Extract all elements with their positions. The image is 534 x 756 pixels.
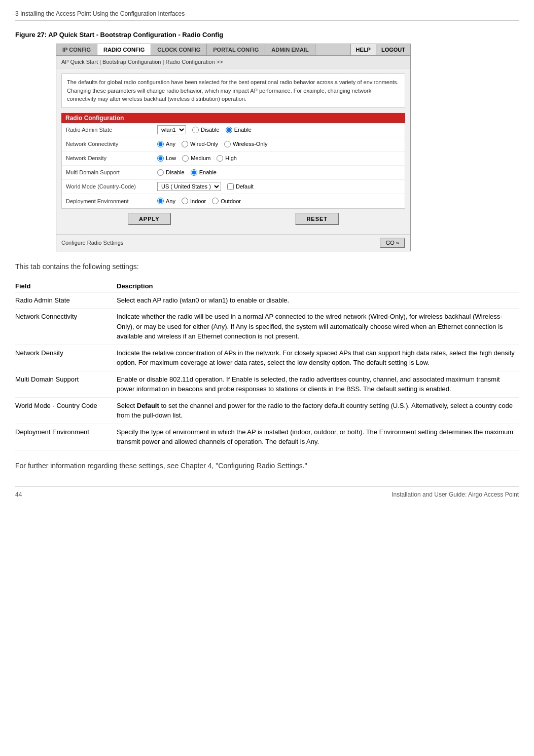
controls-deployment-environment: Any Indoor Outdoor <box>157 198 241 204</box>
page-footer: 44 Installation and User Guide: Airgo Ac… <box>15 486 519 498</box>
page-header: 3 Installing the Access Point Using the … <box>15 10 519 21</box>
field-cell: World Mode - Country Code <box>15 397 117 424</box>
radio-any-env-input[interactable] <box>157 198 164 204</box>
description-cell: Select Default to set the channel and po… <box>117 397 519 424</box>
nav-spacer <box>315 44 350 55</box>
description-table: Field Description Radio Admin StateSelec… <box>15 280 519 450</box>
radio-outdoor-input[interactable] <box>212 198 219 204</box>
label-world-mode: World Mode (Country-Code) <box>66 183 157 190</box>
radio-medium-input[interactable] <box>182 155 189 162</box>
figure-caption: Figure 27: AP Quick Start - Bootstrap Co… <box>15 31 519 39</box>
checkbox-default-input[interactable] <box>227 183 234 190</box>
tab-admin-email[interactable]: ADMIN EMAIL <box>265 44 315 55</box>
radio-enable[interactable]: Enable <box>226 127 252 133</box>
controls-network-density: Low Medium High <box>157 155 237 162</box>
radio-wired-only-input[interactable] <box>182 141 188 147</box>
logout-button[interactable]: LOGOUT <box>376 44 410 55</box>
config-title: Radio Configuration <box>61 113 405 123</box>
table-row: Network ConnectivityIndicate whether the… <box>15 309 519 345</box>
apply-button[interactable]: APPLY <box>128 213 171 225</box>
radio-wired-only[interactable]: Wired-Only <box>182 141 218 147</box>
tab-radio-config[interactable]: RADIO CONFIG <box>97 44 151 55</box>
table-row: Deployment EnvironmentSpecify the type o… <box>15 424 519 450</box>
radio-indoor[interactable]: Indoor <box>182 198 206 204</box>
radio-enable-domain[interactable]: Enable <box>191 169 217 176</box>
radio-wireless-only-input[interactable] <box>224 141 231 147</box>
radio-disable-domain-input[interactable] <box>157 169 164 176</box>
controls-multi-domain-support: Disable Enable <box>157 169 217 176</box>
field-cell: Multi Domain Support <box>15 371 117 397</box>
go-button[interactable]: GO » <box>380 238 405 248</box>
tab-portal-config[interactable]: PORTAL CONFIG <box>207 44 265 55</box>
radio-disable-domain[interactable]: Disable <box>157 169 185 176</box>
radio-any-connectivity[interactable]: Any <box>157 141 175 147</box>
chapter-title: 3 Installing the Access Point Using the … <box>15 10 185 17</box>
config-table: Radio Admin State wlan0 wlan1 Disable En… <box>61 123 405 209</box>
row-network-density: Network Density Low Medium High <box>62 152 405 166</box>
checkbox-default[interactable]: Default <box>227 183 254 190</box>
nav-right: HELP LOGOUT <box>350 44 410 55</box>
nav-bar: IP CONFIG RADIO CONFIG CLOCK CONFIG PORT… <box>56 44 410 56</box>
radio-any-env[interactable]: Any <box>157 198 175 204</box>
col-header-description: Description <box>117 280 519 292</box>
breadcrumb: AP Quick Start | Bootstrap Configuration… <box>56 56 410 68</box>
configure-radio-link: Configure Radio Settings <box>61 240 123 246</box>
help-button[interactable]: HELP <box>350 44 376 55</box>
config-section: Radio Configuration Radio Admin State wl… <box>61 113 405 229</box>
row-radio-admin-state: Radio Admin State wlan0 wlan1 Disable En… <box>62 123 405 137</box>
radio-disable[interactable]: Disable <box>192 127 220 133</box>
table-row: World Mode - Country CodeSelect Default … <box>15 397 519 424</box>
radio-indoor-input[interactable] <box>182 198 188 204</box>
radio-high-input[interactable] <box>217 155 223 162</box>
table-row: Radio Admin StateSelect each AP radio (w… <box>15 292 519 309</box>
radio-high[interactable]: High <box>217 155 237 162</box>
radio-outdoor[interactable]: Outdoor <box>212 198 241 204</box>
info-box: The defaults for global radio configurat… <box>61 73 405 108</box>
radio-low[interactable]: Low <box>157 155 176 162</box>
radio-wireless-only[interactable]: Wireless-Only <box>224 141 267 147</box>
field-cell: Radio Admin State <box>15 292 117 309</box>
controls-radio-admin-state: wlan0 wlan1 Disable Enable <box>157 125 252 134</box>
bottom-row: Configure Radio Settings GO » <box>56 234 410 251</box>
footer-note: For further information regarding these … <box>15 461 519 471</box>
radio-enable-input[interactable] <box>226 127 232 133</box>
footer-right: Installation and User Guide: Airgo Acces… <box>391 491 519 498</box>
row-world-mode: World Mode (Country-Code) US ( United St… <box>62 180 405 194</box>
buttons-row: APPLY RESET <box>61 209 405 229</box>
tab-ip-config[interactable]: IP CONFIG <box>56 44 97 55</box>
row-network-connectivity: Network Connectivity Any Wired-Only Wire… <box>62 137 405 152</box>
label-network-density: Network Density <box>66 155 157 161</box>
radio-low-input[interactable] <box>157 155 164 162</box>
description-cell: Specify the type of environment in which… <box>117 424 519 450</box>
tab-clock-config[interactable]: CLOCK CONFIG <box>151 44 207 55</box>
col-header-field: Field <box>15 280 117 292</box>
label-multi-domain-support: Multi Domain Support <box>66 169 157 175</box>
ui-screenshot-box: IP CONFIG RADIO CONFIG CLOCK CONFIG PORT… <box>56 44 411 251</box>
reset-button[interactable]: RESET <box>295 213 339 225</box>
controls-world-mode: US ( United States ) Other Default <box>157 182 254 191</box>
description-cell: Indicate the relative concentration of A… <box>117 345 519 371</box>
label-deployment-environment: Deployment Environment <box>66 198 157 204</box>
label-network-connectivity: Network Connectivity <box>66 141 157 147</box>
radio-enable-domain-input[interactable] <box>191 169 197 176</box>
row-multi-domain-support: Multi Domain Support Disable Enable <box>62 166 405 180</box>
body-intro: This tab contains the following settings… <box>15 261 519 272</box>
description-cell: Enable or disable 802.11d operation. If … <box>117 371 519 397</box>
table-row: Multi Domain SupportEnable or disable 80… <box>15 371 519 397</box>
radio-disable-input[interactable] <box>192 127 199 133</box>
label-radio-admin-state: Radio Admin State <box>66 127 157 133</box>
description-cell: Indicate whether the radio will be used … <box>117 309 519 345</box>
description-cell: Select each AP radio (wlan0 or wlan1) to… <box>117 292 519 309</box>
row-deployment-environment: Deployment Environment Any Indoor Outdoo… <box>62 194 405 208</box>
table-row: Network DensityIndicate the relative con… <box>15 345 519 371</box>
select-country-code[interactable]: US ( United States ) Other <box>157 182 221 191</box>
radio-any-connectivity-input[interactable] <box>157 141 164 147</box>
field-cell: Deployment Environment <box>15 424 117 450</box>
field-cell: Network Density <box>15 345 117 371</box>
controls-network-connectivity: Any Wired-Only Wireless-Only <box>157 141 267 147</box>
radio-medium[interactable]: Medium <box>182 155 210 162</box>
page-number: 44 <box>15 491 22 498</box>
select-wlan[interactable]: wlan0 wlan1 <box>157 125 186 134</box>
field-cell: Network Connectivity <box>15 309 117 345</box>
